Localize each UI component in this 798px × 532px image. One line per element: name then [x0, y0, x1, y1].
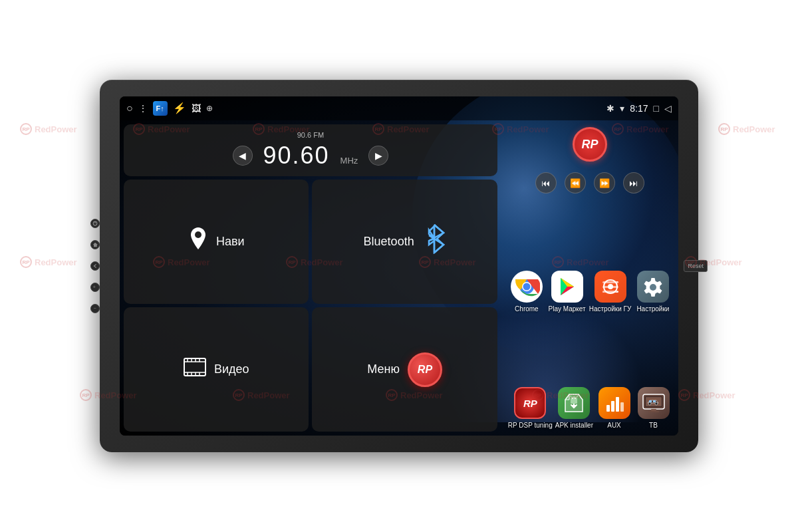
shield-icon: ⊕ [206, 104, 213, 112]
svg-rect-42 [649, 400, 652, 402]
svg-rect-32 [606, 405, 610, 412]
status-right-icons: ✱ ▾ 8:17 □ ◁ [606, 103, 672, 114]
volume-down-button[interactable]: − [90, 304, 100, 313]
navi-label: Нави [216, 235, 245, 249]
svg-point-40 [648, 402, 651, 405]
reset-button[interactable]: Reset [684, 260, 708, 272]
wifi-icon: ▾ [620, 103, 624, 114]
home-circle-icon: ○ [126, 103, 133, 114]
file-manager-icon[interactable]: F↑ [153, 101, 168, 116]
image-icon: 🖼 [192, 104, 201, 113]
side-buttons-right: Reset [684, 260, 708, 272]
rp-logo-button[interactable]: RP [573, 127, 607, 162]
rp-dsp-label: RP DSP tuning [508, 422, 553, 429]
display-screen: ○ ⋮ F↑ ⚡ 🖼 ⊕ ✱ ▾ 8:17 □ ◁ 90.6 FM [120, 96, 678, 436]
bottom-apps-row: RP RP DSP tuning [508, 384, 672, 432]
svg-point-4 [195, 231, 201, 238]
settings-gu-icon [595, 271, 626, 303]
media-prev-skip-button[interactable]: ⏮ [535, 172, 557, 194]
apk-installer-app[interactable]: APK installer [555, 387, 593, 429]
media-prev-button[interactable]: ⏪ [565, 172, 586, 194]
svg-point-20 [523, 283, 530, 291]
svg-rect-44 [651, 409, 656, 411]
play-market-app[interactable]: Play Маркет [549, 271, 586, 313]
bluetooth-tile[interactable]: Bluetooth [312, 180, 497, 304]
fm-radio-widget: 90.6 FM ◀ 90.60 MHz ▶ [124, 124, 497, 176]
right-panel: RP ⏮ ⏪ ⏩ ⏭ [501, 120, 678, 436]
tv-icon [638, 387, 670, 419]
video-tile[interactable]: Видео [124, 307, 309, 432]
svg-rect-34 [616, 397, 619, 412]
fm-frequency-number: 90.60 [263, 142, 330, 170]
power-button[interactable] [90, 219, 100, 228]
tv-label: ТВ [649, 422, 658, 429]
settings-gu-app[interactable]: Настройки ГУ [589, 271, 632, 313]
volume-up-button[interactable]: + [90, 283, 100, 292]
usb-icon: ⚡ [173, 103, 186, 114]
status-bar: ○ ⋮ F↑ ⚡ 🖼 ⊕ ✱ ▾ 8:17 □ ◁ [120, 96, 678, 120]
rp-dsp-app[interactable]: RP RP DSP tuning [508, 387, 553, 429]
video-icon [184, 358, 206, 381]
bluetooth-icon [422, 223, 446, 260]
svg-point-29 [575, 398, 576, 399]
svg-point-41 [655, 402, 658, 405]
settings-label: Настройки [636, 305, 669, 313]
home-button[interactable] [90, 240, 100, 249]
fm-next-button[interactable]: ▶ [368, 146, 388, 166]
video-label: Видео [214, 362, 249, 376]
navi-tile[interactable]: Нави [124, 180, 309, 304]
settings-app[interactable]: Настройки [634, 271, 671, 313]
menu-tile[interactable]: Меню RP [312, 307, 497, 432]
svg-text:+: + [93, 285, 96, 290]
settings-gu-label: Настройки ГУ [589, 305, 632, 313]
fm-frequency-display: ◀ 90.60 MHz ▶ [134, 142, 487, 170]
svg-rect-33 [611, 401, 614, 412]
apk-installer-icon [558, 387, 590, 419]
main-content: 90.6 FM ◀ 90.60 MHz ▶ [120, 120, 678, 436]
play-market-label: Play Маркет [549, 305, 586, 313]
aux-app[interactable]: AUX [596, 387, 632, 429]
media-controls: ⏮ ⏪ ⏩ ⏭ [535, 167, 644, 199]
svg-rect-45 [648, 411, 659, 412]
rp-dsp-icon: RP [514, 387, 546, 419]
side-buttons-left: + − [90, 219, 100, 313]
bluetooth-status-icon: ✱ [606, 103, 614, 114]
left-panel: 90.6 FM ◀ 90.60 MHz ▶ [120, 120, 501, 436]
svg-point-24 [608, 284, 613, 289]
aux-label: AUX [607, 422, 621, 429]
fm-unit-label: MHz [340, 156, 358, 170]
settings-icon [637, 271, 669, 303]
menu-rp-logo[interactable]: RP [408, 352, 442, 387]
app-tile-grid: Нави Bluetooth [124, 180, 497, 432]
car-head-unit: + − Reset ○ ⋮ F↑ ⚡ 🖼 ⊕ ✱ ▾ 8:1 [100, 80, 698, 452]
status-time: 8:17 [630, 103, 648, 114]
apk-installer-label: APK installer [555, 422, 593, 429]
svg-rect-35 [620, 402, 624, 412]
chrome-label: Chrome [515, 305, 539, 313]
navi-icon [188, 227, 208, 256]
back-button[interactable] [90, 261, 100, 271]
menu-label: Меню [367, 362, 400, 376]
bluetooth-label: Bluetooth [364, 235, 414, 249]
play-market-icon [551, 271, 583, 303]
back-nav-icon: ◁ [664, 103, 672, 114]
svg-point-28 [572, 398, 573, 399]
media-next-button[interactable]: ⏩ [594, 172, 615, 194]
chrome-app[interactable]: Chrome [508, 271, 545, 313]
chrome-icon [511, 271, 543, 303]
svg-rect-43 [653, 400, 656, 402]
top-apps-row: Chrome Play Маркет [508, 268, 672, 315]
fm-prev-button[interactable]: ◀ [233, 146, 253, 166]
aux-icon [598, 387, 630, 419]
fm-station-label: 90.6 FM [134, 131, 487, 139]
dots-menu-icon: ⋮ [138, 104, 148, 113]
media-next-skip-button[interactable]: ⏭ [623, 172, 644, 194]
svg-point-25 [650, 284, 656, 291]
tv-app[interactable]: ТВ [635, 387, 672, 429]
window-icon: □ [654, 103, 659, 114]
status-left-icons: ○ ⋮ F↑ ⚡ 🖼 ⊕ [126, 101, 213, 116]
svg-rect-27 [571, 399, 577, 404]
svg-text:−: − [94, 306, 96, 311]
